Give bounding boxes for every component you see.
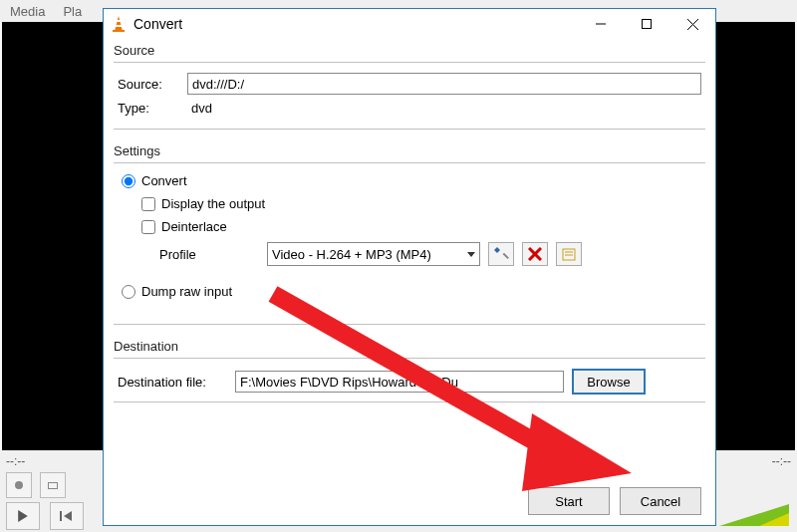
profile-value: Video - H.264 + MP3 (MP4) — [272, 247, 431, 262]
convert-radio[interactable]: Convert — [122, 173, 701, 188]
type-label: Type: — [118, 101, 187, 116]
start-button[interactable]: Start — [528, 487, 610, 515]
svg-rect-1 — [60, 511, 62, 521]
settings-group-label: Settings — [114, 143, 705, 158]
destination-group-label: Destination — [114, 339, 705, 354]
svg-rect-14 — [503, 253, 509, 259]
destination-group: Destination Destination file: Browse — [114, 339, 705, 399]
display-output-checkbox[interactable]: Display the output — [141, 196, 701, 211]
type-value: dvd — [187, 101, 212, 116]
source-group-label: Source — [114, 43, 705, 58]
destination-file-label: Destination file: — [118, 375, 227, 390]
time-total: --:-- — [772, 454, 791, 468]
snapshot-button[interactable] — [40, 472, 66, 498]
svg-rect-7 — [116, 25, 123, 27]
titlebar: Convert — [104, 9, 715, 39]
minimize-button[interactable] — [578, 9, 624, 39]
record-button[interactable] — [6, 472, 32, 498]
minimize-icon — [596, 19, 606, 29]
dump-raw-radio[interactable]: Dump raw input — [122, 284, 701, 299]
delete-icon — [528, 247, 542, 261]
vlc-cone-icon — [110, 15, 128, 33]
browse-button[interactable]: Browse — [572, 369, 646, 395]
source-input[interactable] — [187, 73, 701, 95]
edit-profile-button[interactable] — [488, 242, 514, 266]
source-label: Source: — [118, 77, 187, 92]
settings-group: Settings Convert Display the output Dein… — [114, 143, 705, 321]
previous-button[interactable] — [50, 502, 84, 530]
svg-rect-10 — [643, 20, 652, 29]
convert-dialog: Convert Source Source: Type: dvd — [103, 8, 716, 526]
convert-radio-label: Convert — [141, 173, 187, 188]
tools-icon — [493, 246, 509, 262]
svg-marker-5 — [115, 16, 123, 31]
volume-slider[interactable] — [719, 504, 789, 526]
profile-select[interactable]: Video - H.264 + MP3 (MP4) — [267, 242, 480, 266]
play-icon — [17, 510, 29, 522]
deinterlace-label: Deinterlace — [161, 219, 227, 234]
menu-playback[interactable]: Pla — [63, 4, 82, 19]
delete-profile-button[interactable] — [522, 242, 548, 266]
cancel-button[interactable]: Cancel — [620, 487, 701, 515]
display-output-label: Display the output — [161, 196, 265, 211]
svg-marker-13 — [467, 252, 475, 257]
dump-raw-label: Dump raw input — [141, 284, 232, 299]
deinterlace-checkbox[interactable]: Deinterlace — [141, 219, 701, 234]
new-profile-icon — [561, 246, 577, 262]
destination-file-input[interactable] — [235, 371, 564, 393]
svg-marker-2 — [64, 511, 72, 521]
close-icon — [687, 19, 698, 30]
source-group: Source Source: Type: dvd — [114, 43, 705, 126]
svg-rect-8 — [113, 30, 125, 32]
profile-label: Profile — [159, 247, 259, 262]
close-button[interactable] — [669, 9, 715, 39]
maximize-icon — [642, 19, 652, 29]
chevron-down-icon — [467, 252, 475, 257]
time-elapsed: --:-- — [6, 454, 25, 468]
maximize-button[interactable] — [624, 9, 669, 39]
svg-rect-6 — [117, 20, 122, 22]
play-button[interactable] — [6, 502, 40, 530]
new-profile-button[interactable] — [556, 242, 582, 266]
dialog-title: Convert — [133, 16, 182, 32]
svg-marker-0 — [18, 510, 28, 522]
menu-media[interactable]: Media — [10, 4, 45, 19]
previous-icon — [60, 511, 74, 521]
